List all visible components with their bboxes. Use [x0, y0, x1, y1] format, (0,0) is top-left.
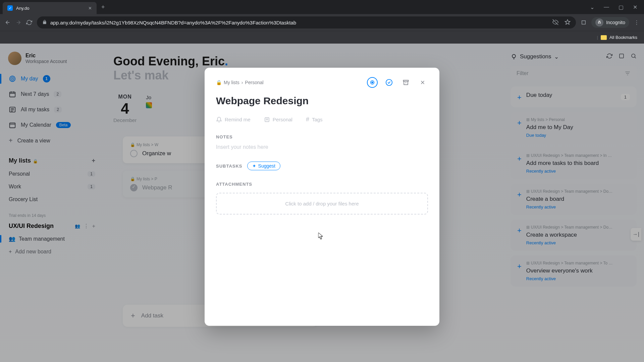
close-tab-icon[interactable]: ✕ [88, 6, 92, 11]
suggest-button[interactable]: ✦ Suggest [247, 162, 280, 170]
browser-toolbar: app.any.do/myday/tasks/i2N2g1Yb98XzNQsqc… [0, 14, 644, 31]
bookmarks-bar: | All Bookmarks [0, 31, 644, 44]
task-detail-modal: 🔒 My lists › Personal Webpage Redesign R… [205, 68, 439, 326]
complete-icon[interactable] [384, 77, 394, 88]
window-controls: ⌄ ― ▢ ✕ [590, 4, 641, 10]
browser-tab-bar: ✓ Any.do ✕ + ⌄ ― ▢ ✕ [0, 0, 644, 14]
modal-overlay[interactable]: 🔒 My lists › Personal Webpage Redesign R… [0, 44, 644, 362]
task-title-input[interactable]: Webpage Redesign [216, 95, 428, 107]
notes-label: NOTES [216, 134, 428, 139]
extensions-icon[interactable] [581, 19, 587, 25]
subtasks-label: SUBTASKS [216, 164, 243, 169]
list-chip[interactable]: Personal [264, 116, 292, 123]
attachments-label: ATTACHMENTS [216, 182, 428, 187]
attachment-dropzone[interactable]: Click to add / drop your files here [216, 193, 428, 215]
chevron-down-icon[interactable]: ⌄ [590, 4, 594, 10]
all-bookmarks-link[interactable]: All Bookmarks [609, 35, 637, 40]
focus-icon[interactable] [367, 77, 378, 88]
svg-point-13 [386, 79, 392, 85]
svg-rect-14 [404, 80, 409, 81]
tags-chip[interactable]: # Tags [306, 116, 323, 123]
notes-input[interactable]: Insert your notes here [216, 144, 428, 150]
archive-icon[interactable] [400, 77, 411, 88]
sparkle-icon: ✦ [252, 163, 256, 169]
star-icon[interactable] [565, 19, 571, 26]
incognito-icon [595, 18, 603, 26]
svg-point-12 [372, 82, 373, 83]
close-window-icon[interactable]: ✕ [633, 4, 637, 10]
list-icon [264, 117, 270, 123]
svg-point-1 [600, 22, 601, 23]
back-button[interactable] [5, 19, 11, 25]
bell-icon [216, 117, 222, 123]
new-tab-button[interactable]: + [97, 4, 110, 11]
url-bar[interactable]: app.any.do/myday/tasks/i2N2g1Yb98XzNQsqc… [37, 16, 576, 28]
forward-button[interactable] [15, 19, 21, 25]
maximize-icon[interactable]: ▢ [619, 4, 624, 10]
lock-icon: 🔒 [216, 80, 222, 85]
url-text: app.any.do/myday/tasks/i2N2g1Yb98XzNQsqc… [50, 20, 296, 25]
tab-title: Any.do [16, 6, 30, 11]
close-icon[interactable] [417, 77, 428, 88]
remind-me-chip[interactable]: Remind me [216, 116, 251, 123]
reload-button[interactable] [26, 19, 32, 25]
minimize-icon[interactable]: ― [604, 4, 609, 10]
site-favicon: ✓ [7, 5, 13, 11]
svg-point-0 [598, 22, 599, 23]
eye-off-icon[interactable] [552, 19, 558, 26]
modal-breadcrumb[interactable]: 🔒 My lists › Personal [216, 80, 264, 85]
incognito-badge[interactable]: Incognito [591, 17, 629, 28]
menu-icon[interactable]: ⋮ [634, 19, 639, 26]
browser-tab[interactable]: ✓ Any.do ✕ [3, 2, 97, 14]
lock-icon [42, 20, 47, 25]
hash-icon: # [306, 116, 309, 123]
folder-icon [601, 35, 607, 40]
